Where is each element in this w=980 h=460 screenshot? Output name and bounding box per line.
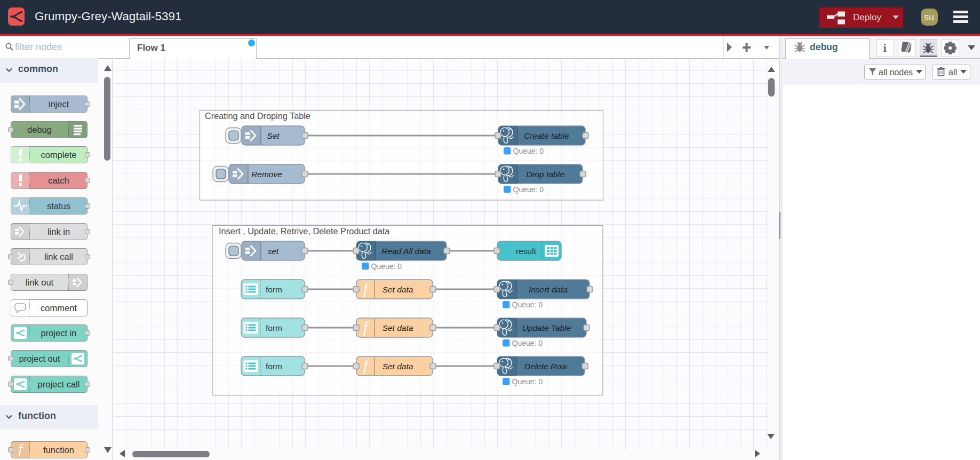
svg-text:Set data: Set data bbox=[383, 362, 413, 371]
svg-text:Queue: 0: Queue: 0 bbox=[371, 262, 402, 271]
svg-text:form: form bbox=[266, 362, 282, 371]
svg-text:Set data: Set data bbox=[383, 323, 413, 332]
svg-text:Create table: Create table bbox=[524, 131, 569, 140]
svg-text:Queue: 0: Queue: 0 bbox=[513, 185, 544, 194]
svg-text:set: set bbox=[268, 247, 279, 256]
svg-text:Remove: Remove bbox=[251, 170, 282, 179]
svg-text:Delete Row: Delete Row bbox=[524, 362, 568, 371]
svg-text:Update Table: Update Table bbox=[522, 323, 571, 332]
svg-text:form: form bbox=[266, 323, 282, 332]
svg-text:Set: Set bbox=[267, 131, 280, 140]
svg-text:Insert data: Insert data bbox=[529, 285, 568, 294]
svg-text:Drop table: Drop table bbox=[526, 170, 564, 179]
svg-text:result: result bbox=[516, 247, 537, 256]
svg-text:Queue: 0: Queue: 0 bbox=[513, 147, 544, 155]
svg-text:Set data: Set data bbox=[383, 285, 413, 294]
svg-text:f: f bbox=[18, 443, 24, 457]
svg-text:form: form bbox=[266, 285, 282, 294]
svg-text:Queue: 0: Queue: 0 bbox=[512, 300, 543, 309]
svg-text:Queue: 0: Queue: 0 bbox=[512, 339, 543, 347]
svg-text:Creating and Droping Table: Creating and Droping Table bbox=[205, 111, 310, 121]
svg-text:Insert , Update, Retrive, Dele: Insert , Update, Retrive, Delete Product… bbox=[219, 226, 390, 236]
svg-text:Read All data: Read All data bbox=[381, 247, 431, 256]
svg-text:Queue: 0: Queue: 0 bbox=[512, 377, 543, 386]
